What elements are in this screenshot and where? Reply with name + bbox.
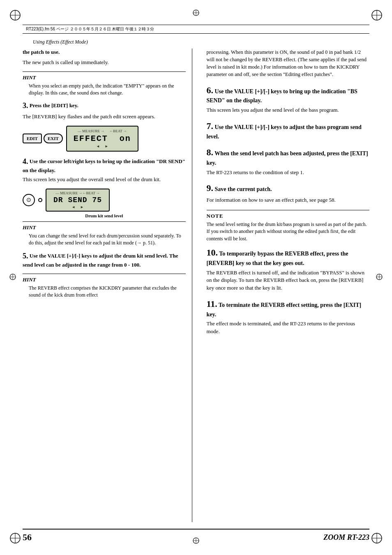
step7-block: 7. Use the VALUE [+]/[-] keys to adjust … <box>207 120 370 140</box>
intro-bold: the patch to use. <box>23 49 60 55</box>
intro-text: The new patch is called up immediately. <box>23 59 186 67</box>
step11-num: 11. <box>207 299 217 309</box>
lcd2-wrapper: ⊙ — MEASURE →←BEAT → DR SEND 75 ◄► Drum … <box>23 189 186 218</box>
lcd2-screen: — MEASURE →←BEAT → DR SEND 75 ◄► <box>46 189 110 212</box>
step3-heading: 3. Press the [EDIT] key. <box>23 101 186 111</box>
header-file-info: RT223(E).fm 56 ページ ２００５年５月２６日 木曜日 午後１２時３… <box>26 26 154 32</box>
lcd1-arrows-top: — MEASURE →←BEAT → <box>74 129 131 133</box>
main-content: the patch to use. The new patch is calle… <box>23 48 369 522</box>
step5-heading-text: Use the VALUE [+]/[-] keys to adjust the… <box>23 252 178 268</box>
note-block: NOTE The send level setting for the drum… <box>207 210 370 242</box>
intro-heading: the patch to use. <box>23 48 186 56</box>
lcd2-arrows-top: — MEASURE →←BEAT → <box>51 191 104 195</box>
step7-heading-text: Use the VALUE [+]/[-] keys to adjust the… <box>207 124 362 140</box>
step6-heading-text: Use the VALUE [+]/[-] keys to bring up t… <box>207 88 357 104</box>
step11-heading-text: To terminate the REVERB effect setting, … <box>207 302 362 318</box>
step6-num: 6. <box>207 85 214 95</box>
lcd2-container: ⊙ — MEASURE →←BEAT → DR SEND 75 ◄► <box>23 189 186 212</box>
step7-num: 7. <box>207 121 214 131</box>
step10-num: 10. <box>207 247 218 258</box>
lcd2-arrows-bottom: ◄► <box>51 205 104 209</box>
lcd1-text: EFFECT on <box>74 134 131 143</box>
step8-body: The RT-223 returns to the condition of s… <box>207 169 370 177</box>
step8-block: 8. When the send level patch has been ad… <box>207 146 370 176</box>
page: RT223(E).fm 56 ページ ２００５年５月２６日 木曜日 午後１２時３… <box>0 0 392 555</box>
step9-heading-text: Save the current patch. <box>215 186 272 192</box>
step11-heading: 11. To terminate the REVERB effect setti… <box>207 298 370 318</box>
hint3-block: HINT The REVERB effect comprises the KIC… <box>23 274 186 299</box>
hint1-block: HINT When you select an empty patch, the… <box>23 71 186 97</box>
intro-block: the patch to use. The new patch is calle… <box>23 48 186 67</box>
step4-num: 4. <box>23 157 28 166</box>
step10-heading: 10. To temporarily bypass the REVERB eff… <box>207 246 370 267</box>
knob-icon2 <box>38 198 42 202</box>
step6-heading: 6. Use the VALUE [+]/[-] keys to bring u… <box>207 84 370 105</box>
lcd2-text: DR SEND 75 <box>51 196 104 204</box>
step4-heading-text: Use the cursor left/right keys to bring … <box>23 158 185 173</box>
step3-num: 3. <box>23 101 28 110</box>
hint2-title: HINT <box>23 224 186 231</box>
lcd1-arrows-bottom: ◄► <box>74 144 131 148</box>
corner-tl <box>9 9 21 23</box>
step10-block: 10. To temporarily bypass the REVERB eff… <box>207 246 370 292</box>
header-bar: RT223(E).fm 56 ページ ２００５年５月２６日 木曜日 午後１２時３… <box>23 25 369 34</box>
footer: 56 ZOOM RT-223 <box>23 529 369 543</box>
step7-heading: 7. Use the VALUE [+]/[-] keys to adjust … <box>207 120 370 140</box>
step9-block: 9. Save the current patch. For informati… <box>207 182 370 204</box>
section-label: Using Effects (Effect Mode) <box>33 39 88 45</box>
col-left: the patch to use. The new patch is calle… <box>23 48 192 522</box>
step4-heading: 4. Use the cursor left/right keys to bri… <box>23 157 186 174</box>
step5-block: 5. Use the VALUE [+]/[-] keys to adjust … <box>23 251 186 269</box>
hint2-text: You can change the send level for each d… <box>29 233 186 247</box>
step9-num: 9. <box>207 183 214 193</box>
crosshair-left <box>9 273 16 282</box>
hint1-text: When you select an empty patch, the indi… <box>29 83 186 97</box>
note-title: NOTE <box>207 213 370 219</box>
note-text: The send level setting for the drum kit/… <box>207 221 370 242</box>
lcd1-buttons: EDIT EXIT <box>23 134 63 143</box>
knob-icon1: ⊙ <box>23 194 35 206</box>
page-number: 56 <box>23 532 32 543</box>
brand-name: ZOOM RT-223 <box>323 533 369 542</box>
hint2-block: HINT You can change the send level for e… <box>23 221 186 247</box>
step6-block: 6. Use the VALUE [+]/[-] keys to bring u… <box>207 84 370 114</box>
step4-block: 4. Use the cursor left/right keys to bri… <box>23 157 186 184</box>
step8-heading-text: When the send level patch has been adjus… <box>207 150 368 166</box>
lcd1-container: EDIT EXIT — MEASURE →←BEAT → EFFECT on ◄… <box>23 126 186 152</box>
corner-bl <box>9 532 21 546</box>
hint3-cont: processing. When this parameter is ON, t… <box>207 48 370 78</box>
step3-body: The [REVERB] key flashes and the patch e… <box>23 113 186 121</box>
edit-button[interactable]: EDIT <box>23 134 42 143</box>
step3-block: 3. Press the [EDIT] key. The [REVERB] ke… <box>23 101 186 120</box>
crosshair-top <box>192 9 200 18</box>
corner-br <box>371 532 383 546</box>
hint3-text: The REVERB effect comprises the KICKDRY … <box>29 285 186 299</box>
col-right: processing. When this parameter is ON, t… <box>205 48 370 522</box>
step5-heading: 5. Use the VALUE [+]/[-] keys to adjust … <box>23 251 186 269</box>
step11-block: 11. To terminate the REVERB effect setti… <box>207 298 370 336</box>
step4-body: This screen lets you adjust the overall … <box>23 176 186 184</box>
step9-body: For information on how to save an effect… <box>207 196 370 204</box>
step11-body: The effect mode is terminated, and the R… <box>207 320 370 336</box>
crosshair-right <box>376 273 383 282</box>
step8-num: 8. <box>207 147 214 157</box>
hint1-title: HINT <box>23 74 186 81</box>
step3-heading-text: Press the [EDIT] key. <box>30 102 78 108</box>
step10-body: The REVERB effect is turned off, and the… <box>207 269 370 292</box>
exit-button[interactable]: EXIT <box>44 134 63 143</box>
step8-heading: 8. When the send level patch has been ad… <box>207 146 370 167</box>
step5-num: 5. <box>23 252 28 260</box>
step10-heading-text: To temporarily bypass the REVERB effect,… <box>207 251 348 266</box>
drum-level-label: Drum kit send level <box>23 213 186 218</box>
step6-body: This screen lets you adjust the send lev… <box>207 106 370 114</box>
hint3-title: HINT <box>23 276 186 283</box>
lcd1-screen: — MEASURE →←BEAT → EFFECT on ◄► <box>66 126 138 152</box>
corner-tr <box>371 9 383 23</box>
step9-heading: 9. Save the current patch. <box>207 182 370 195</box>
